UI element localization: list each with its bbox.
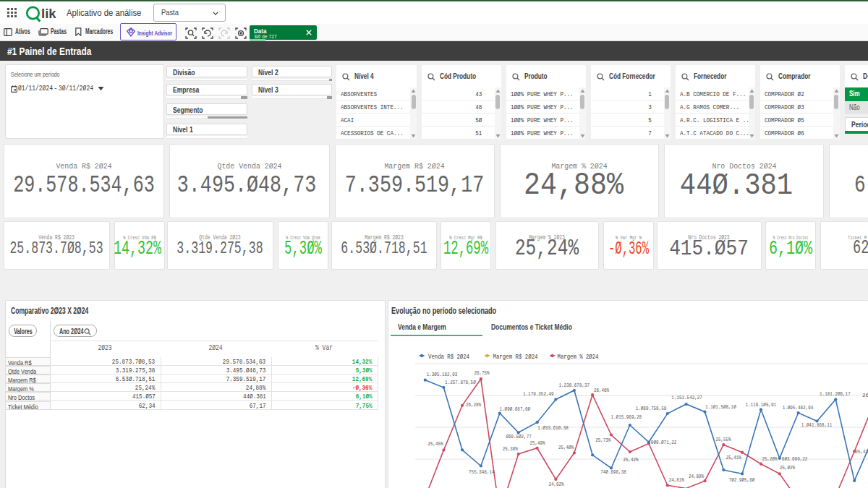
svg-text:lik: lik xyxy=(41,6,56,21)
svg-text:24,89%: 24,89% xyxy=(689,474,704,479)
svg-text:1.1Ø1.5Ø8,1Ø: 1.1Ø1.5Ø8,1Ø xyxy=(705,404,736,410)
svg-text:25,38%: 25,38% xyxy=(503,446,518,452)
svg-text:24,81%: 24,81% xyxy=(669,477,684,483)
svg-text:24,92%: 24,92% xyxy=(549,481,564,487)
svg-text:1.179.352,49: 1.179.352,49 xyxy=(523,391,554,397)
svg-text:755.348,14: 755.348,14 xyxy=(469,469,495,475)
svg-text:1.Ø33.61Ø,38: 1.Ø33.61Ø,38 xyxy=(537,425,569,431)
svg-text:1.Ø95.482,64: 1.Ø95.482,64 xyxy=(783,405,814,411)
svg-text:Venda R$ 2Ø24: Venda R$ 2Ø24 xyxy=(428,354,469,361)
svg-text:1.181.2Ø6,17: 1.181.2Ø6,17 xyxy=(820,391,851,397)
svg-text:1.116.1Ø5,91: 1.116.1Ø5,91 xyxy=(746,402,777,408)
svg-text:Margem R$ 2Ø24: Margem R$ 2Ø24 xyxy=(493,354,538,361)
svg-text:1.Ø15.969,28: 1.Ø15.969,28 xyxy=(611,414,642,420)
svg-text:25,4Ø%: 25,4Ø% xyxy=(558,445,574,450)
svg-text:969.5Ø2,77: 969.5Ø2,77 xyxy=(506,434,532,440)
svg-text:Margem % 2Ø24: Margem % 2Ø24 xyxy=(558,354,599,361)
svg-text:26,46%: 26,46% xyxy=(594,388,609,393)
svg-text:26,: 26, xyxy=(862,393,868,398)
svg-text:74Ø.696,38: 74Ø.696,38 xyxy=(600,469,626,475)
svg-text:26,75%: 26,75% xyxy=(475,370,490,376)
svg-text:1.Ø9Ø.687,6Ø: 1.Ø9Ø.687,6Ø xyxy=(500,406,531,412)
svg-text:25,49%: 25,49% xyxy=(530,440,545,446)
svg-text:1.3Ø5.182,93: 1.3Ø5.182,93 xyxy=(427,372,458,377)
svg-text:9Ø9.Ø71,22: 9Ø9.Ø71,22 xyxy=(651,440,677,445)
svg-text:25,73%: 25,73% xyxy=(595,437,610,443)
svg-text:25,45%: 25,45% xyxy=(428,441,443,447)
svg-text:7Ø2.9Ø5,6Ø: 7Ø2.9Ø5,6Ø xyxy=(729,477,755,483)
svg-text:1.238.678,37: 1.238.678,37 xyxy=(559,382,590,388)
svg-text:25,Ø2%: 25,Ø2% xyxy=(780,465,795,471)
svg-text:26,28%: 26,28% xyxy=(466,402,481,408)
svg-text:1.151.542,27: 1.151.542,27 xyxy=(671,395,702,401)
svg-text:25,41%: 25,41% xyxy=(726,455,741,461)
svg-text:8Ø3.699,22: 8Ø3.699,22 xyxy=(782,456,808,462)
svg-text:1.Ø89.759,58: 1.Ø89.759,58 xyxy=(636,406,667,411)
svg-text:1.Ø41.868,11: 1.Ø41.868,11 xyxy=(801,422,833,428)
svg-text:25,43%: 25,43% xyxy=(855,449,868,455)
svg-text:25,42%: 25,42% xyxy=(623,457,638,463)
svg-text:1.257.878,5Ø: 1.257.878,5Ø xyxy=(445,380,476,385)
svg-text:25,2Ø%: 25,2Ø% xyxy=(762,456,777,462)
svg-text:25,55%: 25,55% xyxy=(716,437,731,442)
